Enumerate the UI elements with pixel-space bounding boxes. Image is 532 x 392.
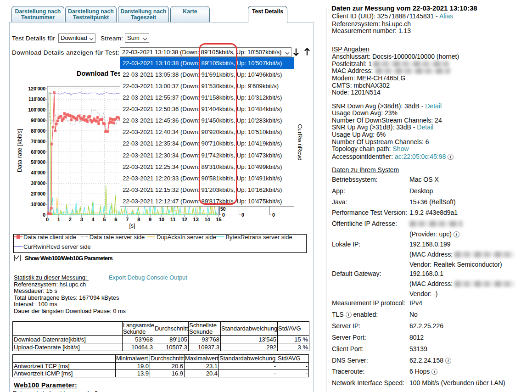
svg-text:30'000: 30'000: [31, 180, 45, 186]
svg-text:0: 0: [272, 212, 275, 218]
svg-text:40'000: 40'000: [31, 170, 45, 175]
svg-text:CurRwinRcvd: CurRwinRcvd: [297, 124, 303, 160]
svg-text:7: 7: [126, 217, 129, 222]
svg-text:100'000: 100'000: [28, 107, 45, 112]
svg-text:3: 3: [80, 217, 83, 222]
svg-text:90'000: 90'000: [31, 118, 45, 123]
svg-text:13: 13: [193, 217, 199, 222]
svg-text:9: 9: [149, 217, 151, 222]
svg-text:110'000: 110'000: [28, 96, 45, 102]
svg-text:10: 10: [159, 217, 164, 222]
svg-text:6: 6: [114, 217, 117, 222]
svg-text:4: 4: [92, 217, 95, 222]
svg-text:[s]: [s]: [129, 223, 135, 229]
svg-text:8: 8: [137, 217, 140, 222]
svg-text:1: 1: [57, 217, 60, 222]
svg-text:0: 0: [222, 212, 225, 218]
svg-text:5: 5: [103, 217, 106, 222]
svg-text:70'000: 70'000: [31, 139, 45, 144]
svg-text:80'000: 80'000: [31, 128, 45, 134]
svg-text:Data rate [kbit/s]: Data rate [kbit/s]: [16, 129, 23, 173]
svg-text:0: 0: [46, 217, 49, 222]
svg-text:14: 14: [204, 217, 210, 222]
svg-text:0: 0: [43, 212, 45, 218]
svg-text:15: 15: [216, 217, 221, 222]
svg-text:50'000: 50'000: [31, 159, 45, 165]
svg-text:60'000: 60'000: [31, 149, 45, 155]
svg-text:2: 2: [69, 217, 72, 222]
svg-text:0: 0: [241, 212, 244, 218]
svg-text:120'000: 120'000: [28, 86, 45, 91]
svg-text:10'000: 10'000: [31, 202, 45, 207]
svg-text:20'000: 20'000: [31, 191, 45, 196]
svg-text:12: 12: [182, 217, 187, 222]
svg-text:11: 11: [170, 217, 176, 222]
